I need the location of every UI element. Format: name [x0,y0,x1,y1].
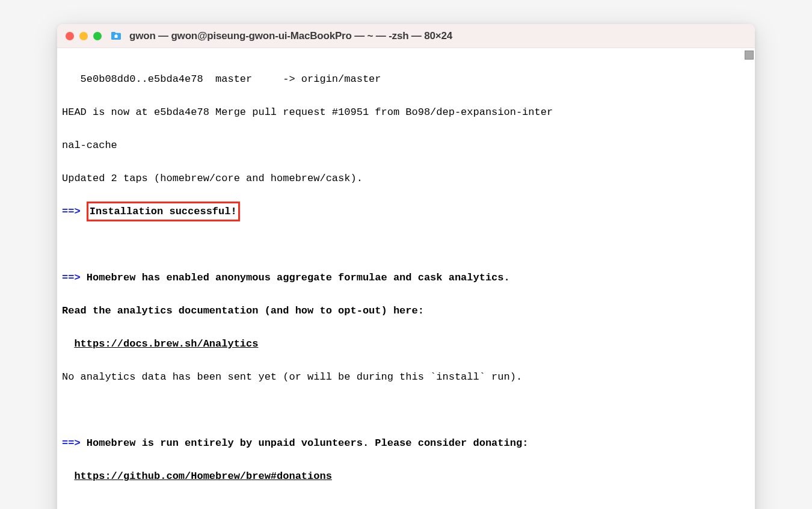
close-icon[interactable] [66,32,74,40]
output-line: No analytics data has been sent yet (or … [60,369,738,386]
maximize-icon[interactable] [93,32,102,40]
output-line: https://github.com/Homebrew/brew#donatio… [60,468,738,485]
output-line: HEAD is now at e5bda4e78 Merge pull requ… [60,104,738,121]
output-line: ==> Installation successful! [60,203,738,220]
output-line: https://docs.brew.sh/Analytics [60,336,738,353]
output-line: ==> Homebrew is run entirely by unpaid v… [60,435,738,452]
arrow-icon: ==> [62,206,81,217]
folder-icon [111,31,121,40]
output-line: 5e0b08dd0..e5bda4e78 master -> origin/ma… [60,71,738,88]
output-line [60,501,738,509]
arrow-icon: ==> [62,437,81,449]
output-line [60,236,738,253]
window-title: gwon — gwon@piseung-gwon-ui-MacBookPro —… [129,30,452,42]
donate-link[interactable]: https://github.com/Homebrew/brew#donatio… [74,470,331,482]
arrow-icon: ==> [62,272,81,283]
svg-rect-1 [115,34,116,35]
analytics-link[interactable]: https://docs.brew.sh/Analytics [74,338,258,350]
output-line: ==> Homebrew has enabled anonymous aggre… [60,270,738,286]
highlight-box-install: Installation successful! [87,202,240,222]
scroll-indicator-icon [745,51,754,60]
titlebar[interactable]: gwon — gwon@piseung-gwon-ui-MacBookPro —… [57,24,755,48]
output-line: nal-cache [60,137,738,154]
terminal-output: 5e0b08dd0..e5bda4e78 master -> origin/ma… [60,54,752,509]
terminal-body[interactable]: 5e0b08dd0..e5bda4e78 master -> origin/ma… [57,48,755,509]
output-line [60,402,738,419]
terminal-window: gwon — gwon@piseung-gwon-ui-MacBookPro —… [57,24,755,509]
output-line: Updated 2 taps (homebrew/core and homebr… [60,170,738,187]
scrollbar[interactable] [744,51,754,509]
minimize-icon[interactable] [79,32,88,40]
output-line: Read the analytics documentation (and ho… [60,303,738,319]
svg-rect-0 [115,35,118,38]
